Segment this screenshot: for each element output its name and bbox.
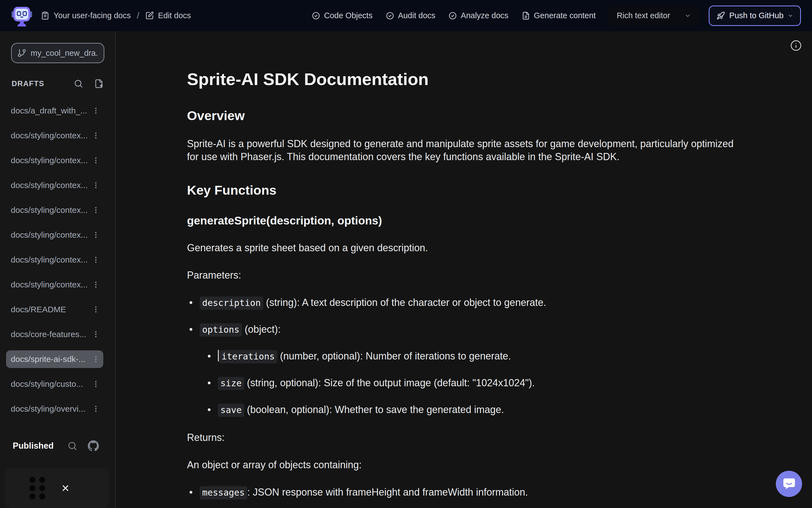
- doc-list-item: description (string): A text description…: [200, 296, 742, 309]
- doc-h3: generateSprite(description, options): [187, 214, 742, 227]
- doc-h2: Overview: [187, 109, 742, 123]
- editor-mode-select[interactable]: Rich text editor: [608, 6, 699, 26]
- check-circle-icon: [386, 12, 394, 20]
- nav-action-code-objects[interactable]: Code Objects: [312, 11, 373, 20]
- draft-item-menu-icon[interactable]: [91, 305, 100, 314]
- drafts-section-header: DRAFTS: [12, 79, 104, 88]
- draft-item-menu-icon[interactable]: [91, 106, 100, 115]
- inline-code: size: [218, 377, 244, 390]
- draft-item[interactable]: docs/styling/contex...: [6, 251, 103, 269]
- info-icon[interactable]: [790, 40, 802, 52]
- file-text-icon: [522, 12, 530, 20]
- draft-item[interactable]: docs/styling/contex...: [6, 201, 103, 219]
- draft-item[interactable]: docs/styling/overvi...: [6, 400, 103, 418]
- doc-p: Returns:: [187, 431, 742, 444]
- inline-code: options: [200, 323, 242, 337]
- push-to-github-button[interactable]: Push to GitHub: [709, 5, 801, 26]
- chevron-down-icon: [684, 12, 691, 19]
- draft-item-menu-icon[interactable]: [91, 354, 100, 364]
- nav-action-label: Code Objects: [324, 11, 373, 20]
- draft-item-menu-icon[interactable]: [91, 156, 100, 165]
- rocket-icon: [717, 11, 725, 20]
- top-navbar: Your user-facing docs / Edit docs Code O…: [0, 0, 812, 31]
- breadcrumb-user-docs[interactable]: Your user-facing docs: [41, 11, 131, 20]
- draft-item-label: docs/styling/contex...: [11, 180, 89, 190]
- doc-list-item: save (boolean, optional): Whether to sav…: [218, 403, 742, 417]
- nav-action-generate-content[interactable]: Generate content: [522, 11, 596, 20]
- breadcrumb-separator: /: [137, 11, 139, 21]
- github-icon[interactable]: [88, 440, 99, 452]
- draft-item-menu-icon[interactable]: [91, 330, 100, 339]
- search-drafts-icon[interactable]: [74, 79, 83, 88]
- draft-item[interactable]: docs/README: [6, 301, 103, 318]
- draft-item-label: docs/styling/contex...: [11, 280, 89, 289]
- draft-item-menu-icon[interactable]: [91, 230, 100, 240]
- published-label: Published: [13, 441, 53, 451]
- document-editor-pane: Sprite-AI SDK DocumentationOverviewSprit…: [116, 31, 812, 508]
- nav-action-label: Analyze docs: [461, 11, 509, 20]
- draft-item[interactable]: docs/core-features...: [6, 326, 103, 343]
- drafts-list: docs/a_draft_with_...docs/styling/contex…: [0, 102, 115, 418]
- drag-handle-icon[interactable]: [29, 476, 46, 500]
- chat-bubble-icon: [782, 477, 796, 491]
- draft-item[interactable]: docs/a_draft_with_...: [6, 102, 103, 120]
- doc-sublist: iterations (number, optional): Number of…: [200, 349, 742, 417]
- draft-item[interactable]: docs/styling/contex...: [6, 127, 103, 144]
- drafts-label: DRAFTS: [12, 80, 44, 88]
- breadcrumb-edit-docs[interactable]: Edit docs: [145, 11, 191, 20]
- nav-action-label: Generate content: [534, 11, 596, 20]
- draft-item[interactable]: docs/styling/contex...: [6, 176, 103, 194]
- doc-list-item: messages: JSON response with frameHeight…: [200, 485, 742, 499]
- draft-item-label: docs/styling/custo...: [11, 379, 89, 389]
- editor-mode-value: Rich text editor: [617, 11, 670, 20]
- draft-item-menu-icon[interactable]: [91, 379, 100, 389]
- chat-launcher-button[interactable]: [776, 471, 802, 497]
- inline-code: iterations: [219, 350, 277, 363]
- draft-item-label: docs/styling/contex...: [11, 205, 89, 215]
- nav-action-analyze-docs[interactable]: Analyze docs: [449, 11, 509, 20]
- sidebar: my_cool_new_dra... DRAFTS docs/a_draft_w…: [0, 31, 116, 508]
- doc-list: description (string): A text description…: [187, 296, 742, 417]
- search-published-icon[interactable]: [68, 441, 77, 451]
- branch-selector-button[interactable]: my_cool_new_dra...: [11, 43, 105, 63]
- check-circle-icon: [312, 12, 320, 20]
- doc-list-item: options (object):iterations (number, opt…: [200, 323, 742, 417]
- app-logo-robot-icon[interactable]: [11, 4, 33, 28]
- check-circle-icon: [449, 12, 457, 20]
- draft-item-menu-icon[interactable]: [91, 404, 100, 414]
- draft-item[interactable]: docs/styling/contex...: [6, 276, 103, 294]
- nav-action-audit-docs[interactable]: Audit docs: [386, 11, 435, 20]
- edit-docs-icon: [145, 11, 154, 20]
- draft-item[interactable]: docs/styling/contex...: [6, 152, 103, 169]
- new-draft-icon[interactable]: [94, 79, 104, 88]
- draft-item-menu-icon[interactable]: [91, 205, 100, 215]
- draft-item[interactable]: docs/styling/custo...: [6, 375, 103, 393]
- draft-item-label: docs/README: [11, 305, 89, 314]
- doc-list-item: iterations (number, optional): Number of…: [218, 349, 742, 363]
- draft-item-label: docs/styling/contex...: [11, 255, 89, 264]
- doc-list: messages: JSON response with frameHeight…: [187, 485, 742, 508]
- draft-item[interactable]: docs/styling/contex...: [6, 226, 103, 244]
- draft-item-menu-icon[interactable]: [91, 280, 100, 289]
- nav-action-label: Audit docs: [398, 11, 435, 20]
- breadcrumb-label: Your user-facing docs: [53, 11, 131, 20]
- published-section-header: Published: [13, 440, 99, 452]
- doc-p: Generates a sprite sheet based on a give…: [187, 241, 742, 254]
- doc-h1: Sprite-AI SDK Documentation: [187, 70, 742, 89]
- branch-name: my_cool_new_dra...: [31, 49, 98, 58]
- clipboard-icon: [41, 11, 49, 20]
- push-button-label: Push to GitHub: [729, 11, 783, 20]
- draft-item-label: docs/core-features...: [11, 330, 89, 339]
- navbar-actions: Code ObjectsAudit docsAnalyze docsGenera…: [312, 11, 596, 20]
- draft-item-label: docs/sprite-ai-sdk-...: [11, 354, 89, 364]
- document-editor[interactable]: Sprite-AI SDK DocumentationOverviewSprit…: [187, 31, 742, 508]
- close-icon[interactable]: [61, 483, 70, 493]
- draft-item-menu-icon[interactable]: [91, 255, 100, 264]
- draft-item[interactable]: docs/sprite-ai-sdk-...: [6, 350, 103, 368]
- draft-item-menu-icon[interactable]: [91, 131, 100, 140]
- chevron-down-icon: [788, 13, 793, 18]
- inline-code: description: [200, 297, 263, 310]
- doc-p: Sprite-AI is a powerful SDK designed to …: [187, 137, 742, 163]
- draft-item-menu-icon[interactable]: [91, 180, 100, 190]
- draft-item-label: docs/a_draft_with_...: [11, 106, 89, 115]
